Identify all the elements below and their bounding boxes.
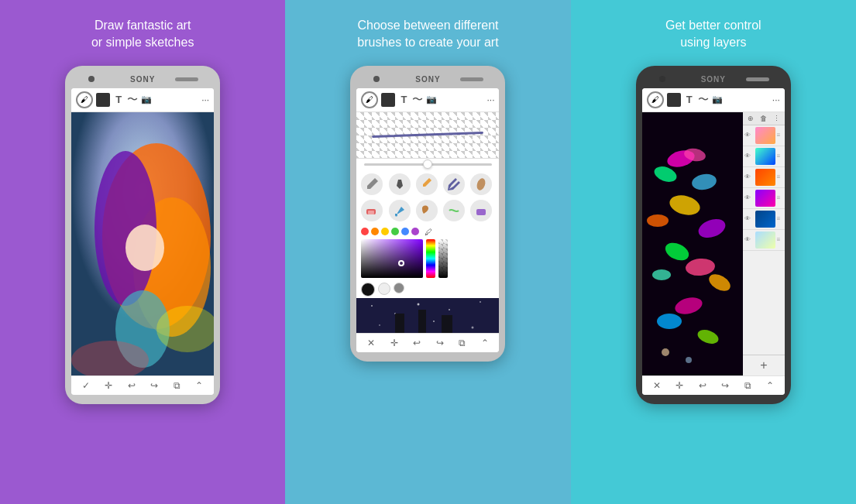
layers-icon-2[interactable]: ⧉: [459, 338, 466, 348]
layer-delete-icon[interactable]: 🗑: [760, 115, 767, 122]
layer-eye-6[interactable]: 👁: [744, 236, 754, 243]
camera-icon-1[interactable]: 📷: [141, 94, 152, 105]
square-icon-3[interactable]: [667, 93, 681, 107]
text-icon-1[interactable]: T: [113, 94, 124, 105]
layer-handle-3[interactable]: ≡: [777, 173, 781, 180]
color-purple[interactable]: [411, 228, 419, 235]
text-icon-2[interactable]: T: [398, 94, 409, 105]
phone-2: SONY 🖌 T 〜 📷 ···: [350, 66, 505, 362]
layer-settings-icon[interactable]: ⊕: [748, 115, 754, 122]
layer-handle-5[interactable]: ≡: [777, 215, 781, 222]
alt-color[interactable]: [394, 283, 404, 293]
more-icon-3[interactable]: ···: [772, 94, 780, 105]
cancel-icon-2[interactable]: ✕: [367, 338, 375, 348]
layer-thumb-3[interactable]: [755, 169, 775, 186]
speaker-3: [746, 77, 769, 81]
undo-icon-3[interactable]: ↩: [699, 380, 706, 391]
screen-2: 🖌 T 〜 📷 ···: [356, 88, 499, 352]
svg-rect-23: [442, 315, 452, 333]
layer-eye-5[interactable]: 👁: [744, 215, 754, 222]
expand-icon[interactable]: ⌃: [195, 380, 203, 391]
color-yellow[interactable]: [381, 228, 389, 235]
layer-eye-3[interactable]: 👁: [744, 173, 754, 180]
move-icon-3[interactable]: ✛: [676, 380, 683, 391]
butterfly-art: [642, 112, 743, 375]
expand-icon-2[interactable]: ⌃: [481, 338, 489, 348]
brush-colored-pencil[interactable]: [416, 173, 438, 195]
layer-handle-4[interactable]: ≡: [777, 194, 781, 201]
butterfly-svg: [642, 112, 743, 375]
move-icon[interactable]: ✛: [105, 380, 112, 391]
undo-icon[interactable]: ↩: [128, 380, 136, 391]
brush-smudge[interactable]: [416, 200, 438, 221]
brush-calligraphy[interactable]: [470, 173, 492, 195]
layer-eye-2[interactable]: 👁: [744, 153, 754, 159]
color-orange[interactable]: [371, 228, 379, 235]
add-layer-button[interactable]: +: [743, 355, 785, 375]
alpha-bar[interactable]: [438, 239, 448, 278]
layer-handle-1[interactable]: ≡: [777, 132, 781, 139]
layers-icon[interactable]: ⧉: [174, 380, 180, 391]
brush-size-slider[interactable]: [364, 163, 493, 166]
brush-pen[interactable]: [443, 173, 465, 195]
brush-marker[interactable]: [389, 173, 411, 195]
brush-texture[interactable]: [470, 200, 492, 221]
svg-point-40: [686, 357, 692, 363]
layers-icon-3[interactable]: ⧉: [744, 380, 751, 391]
redo-icon[interactable]: ↪: [150, 380, 158, 391]
square-icon-2[interactable]: [381, 93, 395, 107]
layer-eye-1[interactable]: 👁: [744, 132, 754, 139]
mustache-icon-1[interactable]: 〜: [127, 93, 138, 107]
redo-icon-3[interactable]: ↪: [721, 380, 729, 391]
brush-fill[interactable]: [389, 200, 411, 221]
brush-eraser[interactable]: [361, 200, 383, 221]
layer-more-icon[interactable]: ⋮: [773, 115, 780, 122]
mustache-icon-2[interactable]: 〜: [412, 93, 423, 107]
more-icon-1[interactable]: ···: [201, 94, 209, 105]
color-green[interactable]: [391, 228, 399, 235]
layer-thumb-6[interactable]: [755, 231, 775, 249]
camera-icon-3[interactable]: 📷: [712, 94, 723, 105]
brush-icon-3[interactable]: 🖌: [647, 91, 664, 108]
color-blue[interactable]: [401, 228, 409, 235]
bg-color[interactable]: [378, 283, 390, 295]
move-icon-2[interactable]: ✛: [390, 338, 398, 348]
mustache-icon-3[interactable]: 〜: [698, 93, 709, 107]
panel-layers: Get better control using layers SONY 🖌 T…: [571, 0, 856, 504]
brush-blend[interactable]: [443, 200, 465, 221]
eyedropper-icon[interactable]: 🖊: [425, 228, 432, 236]
fg-color[interactable]: [361, 283, 375, 297]
gradient-picker-dot[interactable]: [398, 260, 404, 266]
starfield-bg: [356, 298, 499, 333]
text-icon-3[interactable]: T: [684, 94, 695, 105]
hue-bar[interactable]: [426, 239, 435, 278]
square-icon-1[interactable]: [96, 93, 110, 107]
layer-eye-4[interactable]: 👁: [744, 194, 754, 201]
slider-handle[interactable]: [423, 159, 432, 169]
color-gradient-box[interactable]: [361, 239, 423, 278]
layer-thumb-2[interactable]: [755, 148, 775, 165]
layer-thumb-5[interactable]: [755, 211, 775, 228]
redo-icon-2[interactable]: ↪: [436, 338, 444, 348]
brand-2: SONY: [415, 75, 440, 84]
brush-icon-1[interactable]: 🖌: [76, 91, 93, 108]
layer-thumb-1[interactable]: [755, 127, 775, 144]
check-icon[interactable]: ✓: [82, 380, 90, 391]
layer-handle-2[interactable]: ≡: [777, 153, 781, 159]
camera-icon-2[interactable]: 📷: [426, 94, 437, 105]
layer-handle-6[interactable]: ≡: [777, 236, 781, 243]
svg-rect-12: [356, 298, 499, 333]
cancel-icon-3[interactable]: ✕: [653, 380, 661, 391]
brush-icon-2[interactable]: 🖌: [361, 91, 378, 108]
expand-icon-3[interactable]: ⌃: [766, 380, 774, 391]
camera-dot-1: [88, 76, 95, 82]
layer-thumb-4[interactable]: [755, 190, 775, 207]
brush-preview: [356, 112, 499, 159]
caption-brushes-line2: brushes to create your art: [357, 36, 498, 49]
svg-point-30: [647, 214, 669, 227]
camera-dot-3: [659, 76, 665, 82]
brush-pencil[interactable]: [361, 173, 383, 195]
more-icon-2[interactable]: ···: [486, 94, 494, 105]
undo-icon-2[interactable]: ↩: [413, 338, 421, 348]
color-red[interactable]: [361, 228, 369, 235]
